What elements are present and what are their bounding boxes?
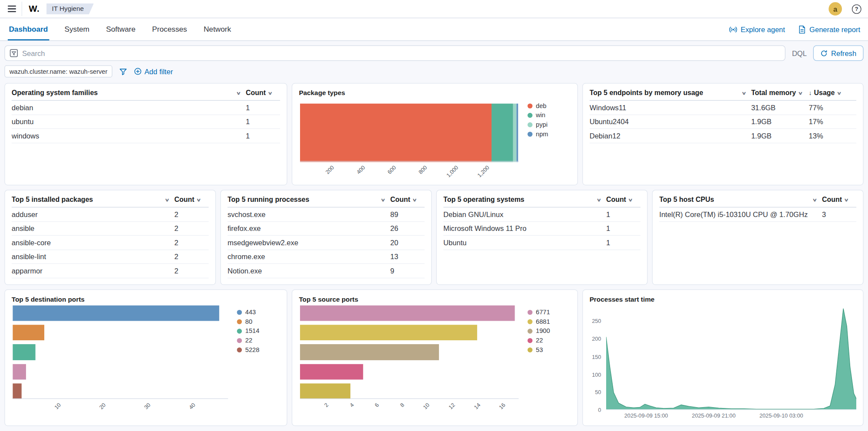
column-header-count[interactable]: Count ∨ xyxy=(390,196,425,204)
column-header-name[interactable]: Top 5 installed packages ∨ xyxy=(12,196,175,204)
legend-dot xyxy=(528,347,532,352)
help-icon[interactable]: ? xyxy=(852,4,861,14)
tab-processes[interactable]: Processes xyxy=(151,18,188,40)
tab-software[interactable]: Software xyxy=(105,18,137,40)
x-tick-label: 16 xyxy=(498,402,507,411)
generate-report-button[interactable]: Generate report xyxy=(799,25,860,33)
x-axis: 10203040 xyxy=(13,398,228,399)
x-tick-label: 600 xyxy=(386,165,397,175)
menu-icon[interactable] xyxy=(7,2,22,16)
cell-value: 26 xyxy=(390,224,425,233)
bar-80[interactable] xyxy=(13,325,44,341)
cell-name: msedgewebview2.exe xyxy=(228,238,390,247)
cell-name: Debian12 xyxy=(590,132,751,140)
search-input[interactable] xyxy=(22,49,780,57)
chevron-down-icon: ∨ xyxy=(196,197,201,202)
bar-6771[interactable] xyxy=(300,306,515,321)
legend-label: 53 xyxy=(536,346,543,353)
stacked-bar xyxy=(300,103,519,162)
table-row: ubuntu1 xyxy=(12,115,280,129)
x-axis-label: 2025-09-10 03:00 xyxy=(759,413,803,419)
search-box xyxy=(4,46,785,61)
x-tick-label: 1,200 xyxy=(476,165,490,178)
table-title: Top 5 running processes xyxy=(228,196,309,204)
bar-22[interactable] xyxy=(13,364,26,379)
tab-network[interactable]: Network xyxy=(202,18,232,40)
table-row: Debian GNU/Linux1 xyxy=(443,207,640,222)
legend-item-443[interactable]: 443 xyxy=(237,309,280,315)
filter-pill[interactable]: wazuh.cluster.name: wazuh-server xyxy=(4,65,112,77)
column-header-count[interactable]: Count ∨ xyxy=(175,196,209,204)
legend-item-6771[interactable]: 6771 xyxy=(528,309,571,315)
legend-item-22[interactable]: 22 xyxy=(528,337,571,343)
dql-language-toggle[interactable]: DQL xyxy=(791,49,808,57)
column-header-name[interactable]: Top 5 operating systems ∨ xyxy=(443,196,606,204)
legend-dot xyxy=(528,319,532,324)
bar-segment-npm[interactable] xyxy=(516,103,518,162)
legend-item-53[interactable]: 53 xyxy=(528,346,571,353)
tab-dashboard[interactable]: Dashboard xyxy=(8,18,49,40)
legend-item-6881[interactable]: 6881 xyxy=(528,318,571,325)
legend-item-npm[interactable]: npm xyxy=(528,131,571,137)
bar-5228[interactable] xyxy=(13,383,22,399)
bar-22[interactable] xyxy=(300,364,363,379)
panel-source-ports: Top 5 source ports 246810121416 67716881… xyxy=(292,290,578,426)
table-row: chrome.exe13 xyxy=(228,250,425,264)
area-series[interactable] xyxy=(606,309,856,410)
legend-item-22[interactable]: 22 xyxy=(237,337,280,343)
x-tick-label: 2 xyxy=(323,402,330,408)
legend-label: 443 xyxy=(245,309,256,315)
filter-funnel-icon[interactable] xyxy=(119,67,127,76)
table-header: Top 5 running processes ∨ Count ∨ xyxy=(228,196,425,207)
table-row: ansible-core2 xyxy=(12,236,209,250)
bar-1900[interactable] xyxy=(300,344,439,360)
breadcrumb-it-hygiene[interactable]: IT Hygiene xyxy=(46,3,94,14)
legend-item-5228[interactable]: 5228 xyxy=(237,346,280,353)
avatar[interactable]: a xyxy=(828,2,842,16)
refresh-button[interactable]: Refresh xyxy=(813,46,863,61)
y-tick-label: 0 xyxy=(598,407,601,413)
cell-name: Notion.exe xyxy=(228,266,390,275)
tab-list: DashboardSystemSoftwareProcessesNetwork xyxy=(8,18,232,40)
bar-band xyxy=(300,364,519,379)
column-header-count[interactable]: Count ∨ xyxy=(246,89,280,97)
area-line xyxy=(606,309,856,409)
legend-item-win[interactable]: win xyxy=(528,112,571,118)
column-header-name[interactable]: Top 5 host CPUs ∨ xyxy=(659,196,822,204)
column-header-name[interactable]: Operating system families ∨ xyxy=(12,89,246,97)
add-filter-button[interactable]: Add filter xyxy=(134,67,173,76)
tab-system[interactable]: System xyxy=(63,18,90,40)
bar-segment-deb[interactable] xyxy=(300,103,492,162)
x-tick-label: 4 xyxy=(348,402,355,408)
legend-item-80[interactable]: 80 xyxy=(237,318,280,325)
bar-443[interactable] xyxy=(13,306,219,321)
column-header-total-memory[interactable]: Total memory ∨ xyxy=(751,89,809,97)
explore-agent-button[interactable]: Explore agent xyxy=(729,25,785,33)
legend-label: npm xyxy=(536,131,548,137)
wazuh-logo[interactable]: W. xyxy=(29,4,40,14)
column-header-count[interactable]: Count ∨ xyxy=(606,196,640,204)
legend-item-deb[interactable]: deb xyxy=(528,102,571,109)
bar-segment-pypi[interactable] xyxy=(513,103,516,162)
column-label: Total memory xyxy=(751,89,796,97)
legend-item-1900[interactable]: 1900 xyxy=(528,328,571,334)
panel-title: Processes start time xyxy=(590,296,856,303)
legend-label: deb xyxy=(536,102,546,109)
column-header-name[interactable]: Top 5 endpoints by memory usage ∨ xyxy=(590,89,751,97)
chart-legend: debwinpypinpm xyxy=(520,97,571,179)
column-header-name[interactable]: Top 5 running processes ∨ xyxy=(228,196,390,204)
column-header-count[interactable]: Count ∨ xyxy=(822,196,856,204)
x-tick-label: 200 xyxy=(324,165,335,175)
bar-6881[interactable] xyxy=(300,325,477,341)
legend-item-1514[interactable]: 1514 xyxy=(237,328,280,334)
bar-segment-win[interactable] xyxy=(492,103,513,162)
area-plot xyxy=(606,303,856,410)
column-header-usage[interactable]: ↓ Usage ∨ xyxy=(809,89,856,97)
x-axis-labels: 2025-09-09 15:002025-09-09 21:002025-09-… xyxy=(606,410,856,420)
legend-item-pypi[interactable]: pypi xyxy=(528,121,571,128)
bar-53[interactable] xyxy=(300,383,350,399)
saved-query-icon[interactable] xyxy=(10,49,18,57)
bar-1514[interactable] xyxy=(13,344,35,360)
y-axis: 050100150200250 xyxy=(590,303,606,410)
table-body: Windows1131.6GB77%Ubuntu24041.9GB17%Debi… xyxy=(590,101,856,143)
